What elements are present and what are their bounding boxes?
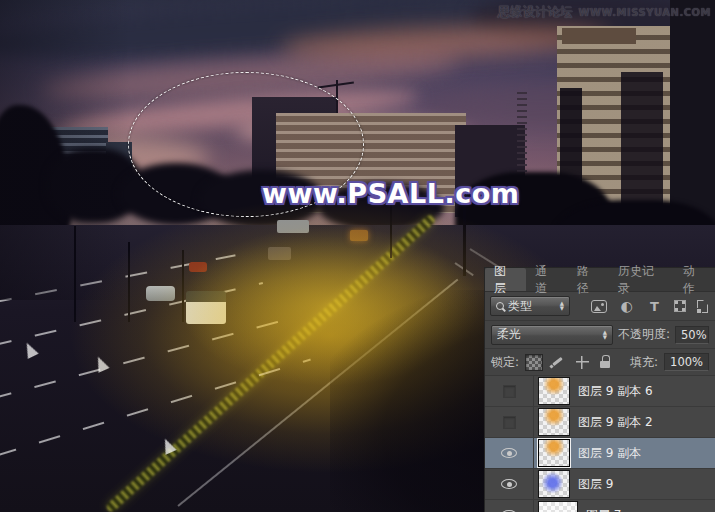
thumbnail-image: [538, 470, 570, 498]
opacity-label: 不透明度:: [618, 326, 670, 343]
tab-actions[interactable]: 动作: [674, 268, 715, 291]
visibility-toggle[interactable]: [485, 469, 534, 499]
layer-thumbnail[interactable]: [538, 408, 570, 436]
layer-thumbnail[interactable]: [538, 501, 578, 512]
eye-icon: [501, 479, 517, 489]
utility-pole: [182, 250, 184, 322]
lock-row: 锁定: 填充: 100%: [485, 349, 715, 376]
layers-panel: 图层 通道 路径 历史记录 动作 类型 柔光: [484, 267, 715, 512]
top-right-watermark: 思缘设计论坛 WWW.MISSYUAN.COM: [498, 4, 711, 21]
layer-row[interactable]: 图层 9 副本 2: [485, 407, 715, 438]
layer-name: 图层 9 副本 6: [578, 383, 653, 400]
blend-mode-dropdown[interactable]: 柔光: [491, 325, 613, 345]
car: [268, 247, 291, 260]
eye-icon: [501, 448, 517, 458]
tab-paths[interactable]: 路径: [568, 268, 609, 291]
corner-vignette: [0, 0, 130, 300]
bus: [277, 220, 309, 233]
layer-name: 图层 7: [586, 507, 621, 512]
white-van: [186, 291, 226, 324]
car: [350, 230, 368, 241]
tab-history[interactable]: 历史记录: [609, 268, 674, 291]
filter-type-layers-icon[interactable]: [646, 298, 663, 314]
dropdown-arrows-icon: [560, 301, 564, 311]
photoshop-workspace: www.PSALL.com 思缘设计论坛 WWW.MISSYUAN.COM 图层…: [0, 0, 715, 512]
watermark-site-name: 思缘设计论坛: [498, 4, 573, 21]
filter-shape-layers-icon[interactable]: [674, 300, 686, 312]
visibility-toggle[interactable]: [485, 438, 534, 468]
rooftop-billboard: [562, 28, 636, 44]
thumbnail-image: [538, 377, 570, 405]
layer-filter-row: 类型: [485, 292, 715, 321]
hidden-visibility-box: [503, 416, 516, 429]
layer-thumbnail[interactable]: [538, 439, 570, 467]
filter-pixel-layers-icon[interactable]: [591, 300, 607, 313]
blend-mode-value: 柔光: [497, 326, 521, 343]
dropdown-arrows-icon: [603, 330, 607, 340]
center-watermark: www.PSALL.com: [262, 178, 519, 209]
filter-adjustment-layers-icon[interactable]: [618, 298, 635, 314]
blend-mode-row: 柔光 不透明度: 50%: [485, 321, 715, 349]
layer-row[interactable]: 图层 9 副本 6: [485, 376, 715, 407]
filter-smart-objects-icon[interactable]: [697, 300, 708, 313]
visibility-toggle[interactable]: [485, 376, 534, 406]
filter-icon-group: [591, 298, 708, 314]
thumbnail-image: [538, 408, 570, 436]
hidden-visibility-box: [503, 385, 516, 398]
filter-kind-label: 类型: [508, 298, 532, 315]
thumbnail-image: [538, 439, 570, 467]
layer-row-selected[interactable]: 图层 9 副本: [485, 438, 715, 469]
fill-value-field[interactable]: 100%: [664, 353, 709, 371]
fill-label: 填充:: [630, 354, 658, 371]
layer-row[interactable]: 图层 7: [485, 500, 715, 512]
layer-thumbnail[interactable]: [538, 470, 570, 498]
white-car: [146, 286, 175, 301]
layer-name: 图层 9 副本: [578, 445, 641, 462]
tab-channels[interactable]: 通道: [526, 268, 567, 291]
layer-name: 图层 9: [578, 476, 613, 493]
visibility-toggle[interactable]: [485, 407, 534, 437]
thumbnail-image: [538, 501, 578, 512]
tab-layers[interactable]: 图层: [485, 268, 526, 291]
panel-tab-bar: 图层 通道 路径 历史记录 动作: [485, 268, 715, 292]
watermark-site-url: WWW.MISSYUAN.COM: [579, 7, 711, 18]
lock-transparent-pixels-button[interactable]: [525, 354, 543, 371]
opacity-value-field[interactable]: 50%: [675, 326, 709, 344]
filter-kind-dropdown[interactable]: 类型: [490, 296, 570, 316]
red-car: [189, 262, 207, 272]
layer-name: 图层 9 副本 2: [578, 414, 653, 431]
layer-row[interactable]: 图层 9: [485, 469, 715, 500]
layer-list: 图层 9 副本 6 图层 9 副本 2 图层 9 副本 图层 9 图层 7: [485, 376, 715, 512]
visibility-toggle[interactable]: [485, 500, 534, 512]
layer-thumbnail[interactable]: [538, 377, 570, 405]
search-icon: [496, 302, 504, 310]
lock-position-button[interactable]: [573, 354, 591, 371]
lock-all-button[interactable]: [597, 354, 615, 371]
lock-image-pixels-button[interactable]: [549, 354, 567, 371]
lock-label: 锁定:: [491, 354, 519, 371]
